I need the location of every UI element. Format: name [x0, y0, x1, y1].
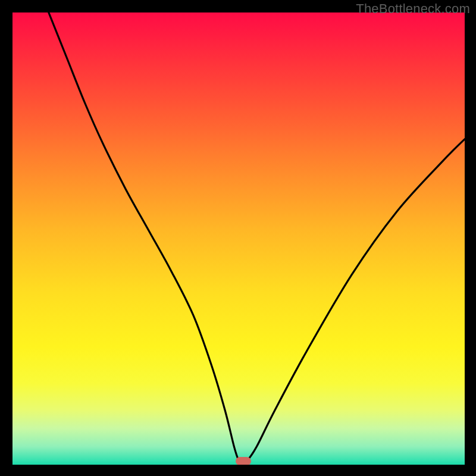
valley-marker: [236, 457, 251, 465]
watermark-text: TheBottleneck.com: [356, 1, 470, 17]
bottleneck-curve: [12, 12, 465, 465]
chart-frame: TheBottleneck.com: [0, 0, 476, 476]
plot-area: [12, 12, 465, 465]
